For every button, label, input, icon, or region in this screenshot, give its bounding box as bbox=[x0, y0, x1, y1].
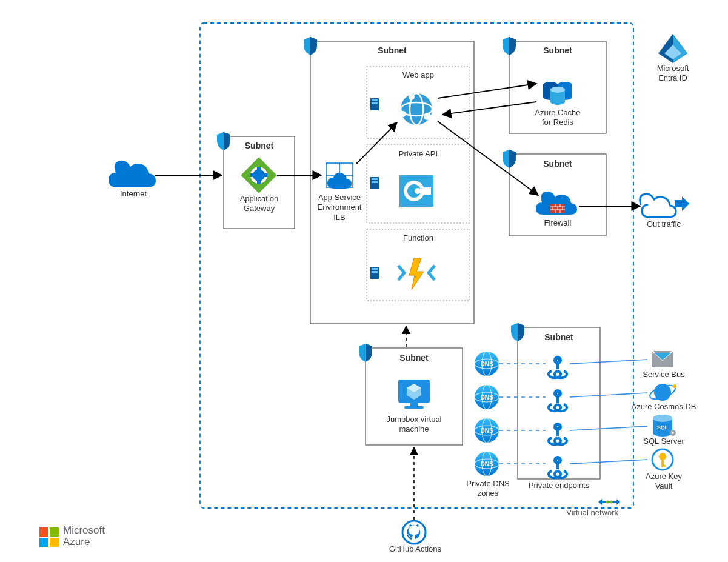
svg-line-119 bbox=[570, 426, 647, 430]
github-label: GitHub Actions bbox=[382, 544, 449, 554]
svg-point-97 bbox=[670, 430, 676, 436]
svg-rect-86 bbox=[652, 350, 673, 367]
svg-point-69 bbox=[482, 352, 492, 376]
svg-rect-31 bbox=[370, 267, 379, 279]
svg-rect-24 bbox=[399, 175, 433, 207]
svg-point-39 bbox=[558, 94, 572, 100]
server-icon bbox=[370, 98, 379, 110]
svg-rect-121 bbox=[39, 527, 48, 537]
function-label: Function bbox=[367, 233, 470, 243]
svg-point-90 bbox=[648, 383, 677, 402]
svg-point-7 bbox=[253, 169, 265, 181]
keyvault-label: Azure Key Vault bbox=[636, 472, 691, 492]
entra-icon bbox=[658, 34, 687, 63]
svg-rect-26 bbox=[420, 187, 431, 195]
svg-point-43 bbox=[550, 87, 565, 93]
ase-ilb-label: App Service Environment ILB bbox=[312, 193, 367, 222]
svg-rect-56 bbox=[404, 406, 424, 409]
svg-point-95 bbox=[653, 415, 672, 422]
svg-point-18 bbox=[424, 113, 431, 120]
svg-marker-85 bbox=[664, 45, 681, 59]
svg-point-19 bbox=[409, 94, 415, 100]
svg-point-68 bbox=[475, 359, 499, 369]
svg-point-63 bbox=[555, 424, 560, 429]
svg-rect-28 bbox=[370, 177, 379, 189]
svg-text:DNS: DNS bbox=[480, 427, 493, 434]
svg-point-42 bbox=[550, 99, 565, 105]
svg-point-89 bbox=[654, 384, 671, 401]
svg-point-37 bbox=[558, 82, 572, 88]
svg-rect-29 bbox=[372, 178, 378, 180]
appgw-subnet-title: Subnet bbox=[224, 141, 295, 150]
svg-rect-22 bbox=[372, 99, 378, 101]
svg-rect-101 bbox=[661, 459, 664, 467]
svg-rect-62 bbox=[556, 395, 559, 403]
svg-rect-38 bbox=[558, 85, 572, 97]
keyvault-icon bbox=[652, 449, 673, 470]
privateapi-icon bbox=[399, 175, 433, 207]
svg-point-77 bbox=[482, 418, 492, 443]
redis-subnet-title: Subnet bbox=[509, 45, 606, 55]
svg-point-81 bbox=[482, 452, 492, 476]
svg-rect-33 bbox=[372, 271, 378, 273]
svg-rect-23 bbox=[372, 102, 378, 104]
svg-rect-41 bbox=[550, 90, 565, 102]
svg-point-16 bbox=[401, 102, 432, 116]
svg-marker-2 bbox=[616, 499, 620, 505]
sql-label: SQL Server bbox=[636, 437, 691, 446]
internet-label: Internet bbox=[109, 189, 158, 199]
webapp-icon bbox=[400, 93, 432, 125]
svg-point-34 bbox=[543, 82, 558, 88]
svg-text:DNS: DNS bbox=[480, 361, 493, 367]
svg-point-67 bbox=[475, 352, 499, 376]
dns-zones-label: Private DNS zones bbox=[461, 479, 515, 499]
svg-point-94 bbox=[653, 429, 672, 437]
azure-logo-text: Microsoft Azure bbox=[63, 525, 105, 547]
svg-point-17 bbox=[410, 93, 423, 125]
svg-point-103 bbox=[402, 521, 426, 544]
webapp-label: Web app bbox=[367, 70, 470, 80]
ase-subnet-title: Subnet bbox=[310, 45, 474, 55]
svg-line-107 bbox=[438, 84, 536, 98]
svg-point-99 bbox=[652, 449, 673, 470]
sql-icon: SQL bbox=[653, 415, 676, 437]
svg-rect-60 bbox=[556, 362, 559, 369]
pe-connectors bbox=[499, 360, 647, 464]
redis-label: Azure Cache for Redis bbox=[509, 108, 606, 128]
appgateway-icon bbox=[241, 157, 276, 193]
entra-label: Microsoft Entra ID bbox=[643, 64, 703, 84]
out-traffic-label: Out traffic bbox=[640, 219, 688, 229]
svg-point-100 bbox=[659, 453, 666, 460]
svg-rect-123 bbox=[39, 538, 48, 547]
vnet-label: Virtual network bbox=[546, 508, 618, 518]
svg-rect-8 bbox=[257, 167, 261, 172]
server-icon bbox=[370, 177, 379, 189]
svg-rect-21 bbox=[370, 98, 379, 110]
svg-marker-57 bbox=[407, 384, 421, 400]
internet-icon bbox=[109, 161, 156, 187]
servicebus-icon bbox=[652, 350, 673, 367]
svg-rect-122 bbox=[50, 527, 59, 537]
svg-rect-12 bbox=[326, 163, 353, 187]
svg-rect-102 bbox=[661, 465, 666, 467]
svg-rect-11 bbox=[262, 173, 267, 177]
out-traffic-icon bbox=[640, 194, 689, 217]
svg-rect-124 bbox=[50, 538, 59, 547]
diagram-svg: DNS DNS DNS DNS bbox=[0, 0, 728, 562]
svg-text:DNS: DNS bbox=[480, 461, 493, 467]
svg-point-76 bbox=[475, 426, 499, 435]
svg-point-20 bbox=[400, 111, 406, 117]
ase-subnet-box bbox=[310, 41, 474, 324]
svg-marker-58 bbox=[407, 384, 421, 392]
svg-point-65 bbox=[555, 458, 560, 463]
svg-point-92 bbox=[653, 415, 672, 422]
svg-rect-55 bbox=[410, 403, 418, 406]
svg-line-118 bbox=[570, 393, 647, 397]
svg-rect-5 bbox=[241, 157, 276, 193]
svg-marker-87 bbox=[652, 350, 673, 360]
svg-point-27 bbox=[415, 188, 421, 194]
svg-line-117 bbox=[570, 360, 647, 364]
svg-point-59 bbox=[555, 358, 560, 363]
svg-point-98 bbox=[672, 432, 674, 434]
svg-marker-83 bbox=[658, 34, 687, 63]
